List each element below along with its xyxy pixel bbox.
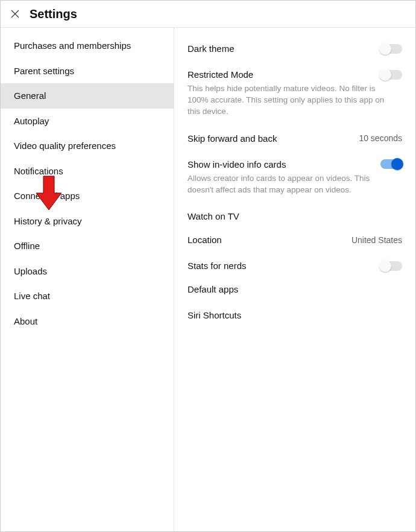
row-label: Restricted Mode bbox=[188, 69, 253, 80]
toggle-restricted-mode[interactable] bbox=[380, 70, 402, 80]
row-label: Skip forward and back bbox=[188, 133, 277, 144]
sidebar-item-label: Purchases and memberships bbox=[14, 40, 131, 51]
row-default-apps[interactable]: Default apps bbox=[188, 284, 402, 294]
sidebar-item-parent-settings[interactable]: Parent settings bbox=[1, 59, 174, 84]
sidebar-item-label: Parent settings bbox=[14, 66, 74, 76]
row-value: 10 seconds bbox=[359, 133, 402, 143]
sidebar-item-uploads[interactable]: Uploads bbox=[1, 259, 174, 284]
row-label: Location bbox=[188, 235, 222, 245]
settings-sidebar: Purchases and memberships Parent setting… bbox=[1, 28, 174, 532]
sidebar-item-label: About bbox=[14, 316, 37, 326]
sidebar-item-label: Video quality preferences bbox=[14, 141, 116, 151]
sidebar-item-label: Connected apps bbox=[14, 191, 80, 201]
sidebar-item-live-chat[interactable]: Live chat bbox=[1, 283, 174, 309]
row-watch-tv[interactable]: Watch on TV bbox=[188, 211, 402, 221]
settings-main: Dark theme Restricted Mode This helps hi… bbox=[174, 28, 415, 532]
sidebar-item-purchases[interactable]: Purchases and memberships bbox=[1, 33, 174, 59]
row-dark-theme[interactable]: Dark theme bbox=[188, 43, 402, 54]
toggle-info-cards[interactable] bbox=[380, 159, 402, 169]
sidebar-item-autoplay[interactable]: Autoplay bbox=[1, 109, 174, 134]
sidebar-item-label: Offline bbox=[14, 241, 40, 251]
sidebar-item-label: Live chat bbox=[14, 291, 50, 301]
row-label: Default apps bbox=[188, 284, 238, 294]
sidebar-item-label: History & privacy bbox=[14, 216, 82, 226]
row-label: Dark theme bbox=[188, 43, 235, 54]
row-siri-shortcuts[interactable]: Siri Shortcuts bbox=[188, 310, 402, 320]
page-title: Settings bbox=[30, 7, 77, 21]
row-label: Show in-video info cards bbox=[188, 159, 286, 169]
sidebar-item-offline[interactable]: Offline bbox=[1, 233, 174, 259]
toggle-stats-nerds[interactable] bbox=[380, 261, 402, 271]
sidebar-item-label: Autoplay bbox=[14, 116, 49, 126]
row-location[interactable]: Location United States bbox=[188, 235, 402, 245]
row-description: Allows creator info cards to appear on v… bbox=[188, 173, 402, 196]
sidebar-item-history-privacy[interactable]: History & privacy bbox=[1, 209, 174, 234]
toggle-dark-theme[interactable] bbox=[380, 44, 402, 54]
row-description: This helps hide potentially mature video… bbox=[188, 83, 402, 118]
sidebar-item-label: General bbox=[14, 90, 46, 101]
sidebar-item-general[interactable]: General bbox=[1, 83, 174, 109]
sidebar-item-notifications[interactable]: Notifications bbox=[1, 159, 174, 184]
row-label: Siri Shortcuts bbox=[188, 310, 241, 320]
row-label: Watch on TV bbox=[188, 211, 239, 221]
row-skip[interactable]: Skip forward and back 10 seconds bbox=[188, 133, 402, 144]
sidebar-item-label: Uploads bbox=[14, 266, 47, 276]
row-label: Stats for nerds bbox=[188, 261, 247, 271]
close-icon[interactable] bbox=[9, 8, 21, 20]
row-info-cards[interactable]: Show in-video info cards bbox=[188, 159, 402, 169]
row-restricted-mode[interactable]: Restricted Mode bbox=[188, 69, 402, 80]
sidebar-item-video-quality[interactable]: Video quality preferences bbox=[1, 133, 174, 159]
row-stats-nerds[interactable]: Stats for nerds bbox=[188, 261, 402, 271]
sidebar-item-about[interactable]: About bbox=[1, 309, 174, 334]
sidebar-item-label: Notifications bbox=[14, 166, 63, 176]
row-value: United States bbox=[351, 235, 402, 245]
sidebar-item-connected-apps[interactable]: Connected apps bbox=[1, 183, 174, 209]
settings-header: Settings bbox=[1, 1, 415, 28]
